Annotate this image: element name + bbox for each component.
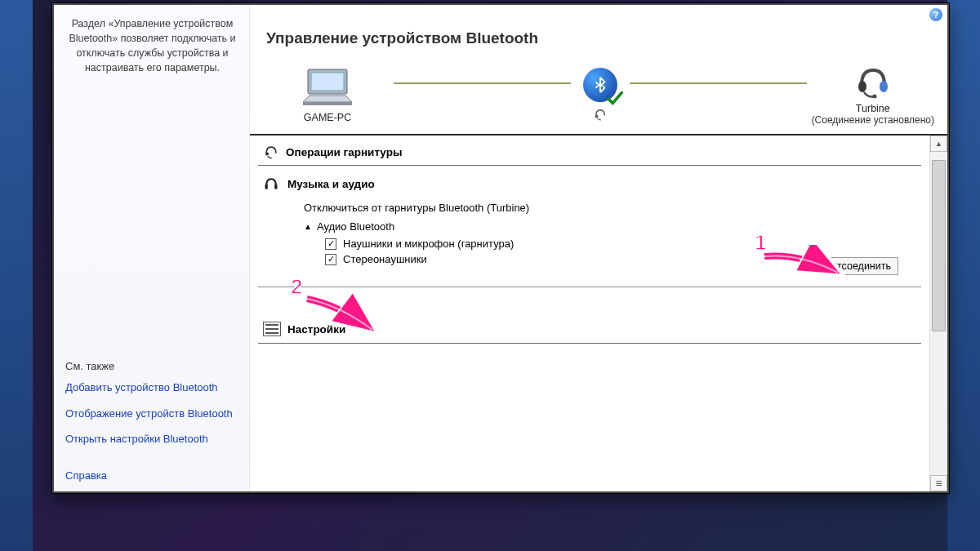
sidebar-description: Раздел «Управление устройством Bluetooth… — [65, 16, 239, 76]
scrollable-content: Операции гарнитуры Музыка и аудио Отключ… — [250, 134, 947, 491]
svg-rect-10 — [274, 184, 277, 189]
disconnect-description: Отключиться от гарнитуры Bluetooth (Turb… — [304, 202, 916, 214]
device-status: (Соединение установлено) — [812, 114, 934, 126]
vertical-scrollbar[interactable]: ▲ ≡ — [929, 136, 947, 491]
section-settings[interactable]: Настройки — [258, 307, 921, 344]
svg-point-6 — [880, 81, 888, 92]
svg-point-7 — [872, 95, 876, 99]
connection-line-left — [394, 82, 571, 84]
link-add-bluetooth-device[interactable]: Добавить устройство Bluetooth — [65, 380, 239, 395]
device-node: Turbine (Соединение установлено) — [812, 64, 934, 126]
link-show-bluetooth-devices[interactable]: Отображение устройств Bluetooth — [65, 407, 239, 421]
svg-rect-9 — [265, 184, 268, 189]
checkbox-stereo-label: Стереонаушники — [343, 253, 427, 265]
laptop-icon — [298, 66, 357, 109]
section-music-title: Музыка и аудио — [287, 178, 375, 190]
main-panel: ? Управление устройством Bluetooth GAME-… — [250, 5, 947, 491]
help-icon[interactable]: ? — [929, 8, 942, 21]
chevron-up-icon: ▲ — [304, 222, 312, 231]
checkbox-headset-mic-label: Наушники и микрофон (гарнитура) — [343, 238, 514, 250]
headset-icon — [853, 64, 893, 100]
connection-line-right — [630, 82, 807, 84]
checkbox-headset-mic[interactable]: ✓ — [325, 238, 336, 250]
audio-bluetooth-label: Аудио Bluetooth — [317, 220, 394, 233]
scroll-track[interactable] — [930, 152, 947, 475]
svg-marker-2 — [303, 96, 352, 102]
mini-headset-icon — [593, 107, 608, 122]
svg-point-4 — [595, 114, 598, 118]
sidebar-links: См. также Добавить устройство Bluetooth … — [65, 360, 239, 482]
pc-node: GAME-PC — [266, 66, 389, 123]
settings-list-icon — [263, 322, 281, 336]
section-headset-title: Операции гарнитуры — [286, 146, 402, 158]
connection-diagram: GAME-PC — [250, 49, 947, 129]
sidebar: Раздел «Управление устройством Bluetooth… — [54, 5, 250, 491]
scroll-down-button[interactable]: ≡ — [930, 475, 947, 491]
svg-point-5 — [858, 81, 866, 92]
scroll-up-button[interactable]: ▲ — [930, 136, 947, 152]
svg-point-8 — [265, 152, 269, 155]
device-name: Turbine — [856, 103, 890, 114]
see-also-label: См. также — [65, 360, 239, 372]
section-settings-title: Настройки — [287, 323, 345, 335]
bluetooth-node — [576, 68, 625, 122]
svg-rect-3 — [303, 102, 352, 105]
pc-name: GAME-PC — [304, 112, 351, 123]
bluetooth-icon — [583, 68, 617, 102]
audio-bluetooth-toggle[interactable]: ▲ Аудио Bluetooth — [304, 220, 916, 233]
scroll-thumb[interactable] — [932, 160, 946, 331]
link-open-bluetooth-settings[interactable]: Открыть настройки Bluetooth — [65, 432, 239, 447]
page-title: Управление устройством Bluetooth — [250, 5, 947, 49]
headset-ops-icon — [263, 144, 279, 160]
section-music-audio: Музыка и аудио Отключиться от гарнитуры … — [258, 166, 921, 287]
section-headset-operations[interactable]: Операции гарнитуры — [258, 136, 921, 166]
checkbox-stereo[interactable]: ✓ — [325, 254, 336, 265]
music-headphones-icon — [263, 176, 279, 192]
checkmark-icon — [606, 89, 624, 107]
link-help-reference[interactable]: Справка — [65, 469, 239, 482]
disconnect-button[interactable]: Отсоединить — [822, 257, 898, 275]
svg-rect-1 — [311, 73, 344, 91]
bluetooth-control-window: Раздел «Управление устройством Bluetooth… — [52, 3, 949, 493]
